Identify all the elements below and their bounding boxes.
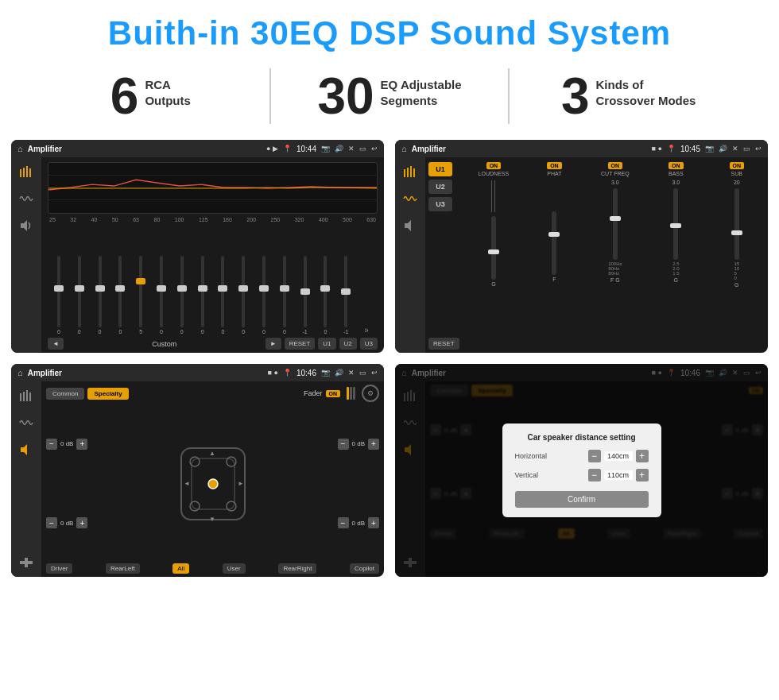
sub-slider[interactable]: [734, 188, 739, 260]
eq-u1-btn[interactable]: U1: [318, 338, 335, 350]
eq-slider-12[interactable]: -1: [296, 256, 315, 335]
vertical-label: Vertical: [515, 471, 563, 479]
loudness-on[interactable]: ON: [486, 162, 502, 169]
copilot-btn[interactable]: Copilot: [350, 563, 379, 574]
volume2-icon: 🔊: [719, 145, 727, 153]
wave2-icon[interactable]: [400, 191, 421, 207]
eq-slider-5[interactable]: 0: [152, 256, 171, 335]
back2-icon[interactable]: ↩: [755, 145, 762, 153]
svg-marker-17: [21, 444, 27, 455]
svg-point-22: [208, 479, 218, 489]
svg-point-29: [190, 501, 200, 511]
eq-slider-13[interactable]: 0: [316, 256, 335, 335]
svg-point-30: [227, 501, 236, 511]
close-icon[interactable]: ✕: [348, 145, 355, 153]
screen3-title: Amplifier: [28, 369, 263, 377]
phat-slider[interactable]: [552, 211, 556, 275]
stat-rca: 6 RCAOutputs: [48, 71, 254, 122]
amp-reset-btn[interactable]: RESET: [428, 338, 459, 350]
cutfreq-on[interactable]: ON: [608, 162, 623, 169]
eq-slider-1[interactable]: 0: [70, 256, 89, 335]
eq-next-btn[interactable]: ►: [265, 338, 281, 350]
back-icon[interactable]: ↩: [371, 145, 378, 153]
eq-slider-3[interactable]: 0: [110, 256, 130, 335]
eq-slider-9[interactable]: 0: [234, 256, 253, 335]
eq-u2-btn[interactable]: U2: [339, 338, 357, 350]
close2-icon[interactable]: ✕: [732, 145, 738, 153]
db-minus-br[interactable]: −: [338, 517, 349, 528]
wave-icon[interactable]: [16, 191, 37, 207]
volume3-icon: 🔊: [335, 369, 343, 377]
vertical-plus[interactable]: +: [636, 469, 649, 481]
home-icon-2[interactable]: ⌂: [401, 144, 407, 153]
fader-main: Common Specialty Fader ON ⚙: [41, 381, 384, 577]
loudness-slider[interactable]: [491, 216, 496, 280]
db-minus-tr[interactable]: −: [338, 439, 349, 450]
all-btn[interactable]: All: [172, 563, 189, 574]
window-icon[interactable]: ▭: [359, 145, 366, 153]
freq-320: 320: [295, 217, 304, 222]
rear-right-btn[interactable]: RearRight: [278, 563, 316, 574]
dot3-icon: ■ ●: [268, 369, 278, 377]
cutfreq-slider[interactable]: [613, 188, 618, 260]
speaker3-icon[interactable]: [16, 442, 37, 458]
window2-icon[interactable]: ▭: [743, 145, 750, 153]
fader-on[interactable]: ON: [326, 390, 341, 397]
eq-slider-14[interactable]: -1: [336, 256, 355, 335]
db-minus-tl[interactable]: −: [46, 439, 57, 450]
screen2-sidebar: [395, 157, 425, 353]
tab-common[interactable]: Common: [46, 388, 84, 400]
eq-more[interactable]: »: [357, 326, 376, 335]
db-plus-bl[interactable]: +: [76, 517, 87, 528]
eq-prev-btn[interactable]: ◄: [48, 338, 64, 350]
eq-reset-btn[interactable]: RESET: [285, 338, 316, 350]
eq-icon[interactable]: [16, 164, 37, 180]
svg-rect-11: [413, 168, 415, 177]
vertical-minus[interactable]: −: [588, 469, 601, 481]
db-plus-tr[interactable]: +: [368, 439, 379, 450]
window3-icon[interactable]: ▭: [359, 369, 366, 377]
db-plus-tl[interactable]: +: [76, 439, 87, 450]
settings-icon[interactable]: ⚙: [362, 385, 379, 402]
speaker-icon[interactable]: [16, 218, 37, 234]
bass-on[interactable]: ON: [669, 162, 684, 169]
eq-slider-2[interactable]: 0: [91, 256, 110, 335]
db-plus-br[interactable]: +: [368, 517, 379, 528]
home-icon[interactable]: ⌂: [17, 144, 23, 153]
eq-slider-0[interactable]: 0: [49, 256, 68, 335]
bass-slider[interactable]: [673, 188, 678, 260]
eq-slider-4[interactable]: 5: [131, 256, 150, 335]
screen2-topbar: ⌂ Amplifier ■ ● 📍 10:45 📷 🔊 ✕ ▭ ↩: [395, 140, 768, 157]
wave3-icon[interactable]: [16, 415, 37, 431]
phat-on[interactable]: ON: [547, 162, 562, 169]
horizontal-minus[interactable]: −: [588, 450, 601, 462]
eq-slider-7[interactable]: 0: [193, 256, 212, 335]
user3-btn[interactable]: User: [223, 563, 246, 574]
u2-btn[interactable]: U2: [428, 180, 452, 194]
back3-icon[interactable]: ↩: [371, 369, 378, 377]
eq-slider-6[interactable]: 0: [172, 256, 192, 335]
eq-slider-11[interactable]: 0: [275, 256, 294, 335]
rear-left-btn[interactable]: RearLeft: [106, 563, 140, 574]
screen3-topbar: ⌂ Amplifier ■ ● 📍 10:46 📷 🔊 ✕ ▭ ↩: [11, 364, 384, 381]
tab-specialty[interactable]: Specialty: [87, 388, 128, 400]
u3-btn[interactable]: U3: [428, 197, 452, 211]
u1-btn[interactable]: U1: [428, 162, 452, 176]
sub-on[interactable]: ON: [730, 162, 745, 169]
eq-slider-10[interactable]: 0: [254, 256, 273, 335]
eq3-icon[interactable]: [16, 388, 37, 404]
driver-btn[interactable]: Driver: [46, 563, 72, 574]
speaker2-icon[interactable]: [400, 218, 421, 234]
db-val-tl: 0 dB: [60, 440, 73, 447]
eq2-icon[interactable]: [400, 164, 421, 180]
confirm-button[interactable]: Confirm: [515, 491, 649, 508]
balance3-icon[interactable]: [16, 555, 37, 570]
eq-slider-8[interactable]: 0: [214, 256, 233, 335]
db-minus-bl[interactable]: −: [46, 517, 57, 528]
home-icon-3[interactable]: ⌂: [17, 368, 23, 377]
close3-icon[interactable]: ✕: [348, 369, 355, 377]
eq-u3-btn[interactable]: U3: [360, 338, 378, 350]
location2-icon: 📍: [667, 145, 676, 153]
horizontal-plus[interactable]: +: [636, 450, 649, 462]
screen1-time: 10:44: [296, 145, 316, 153]
